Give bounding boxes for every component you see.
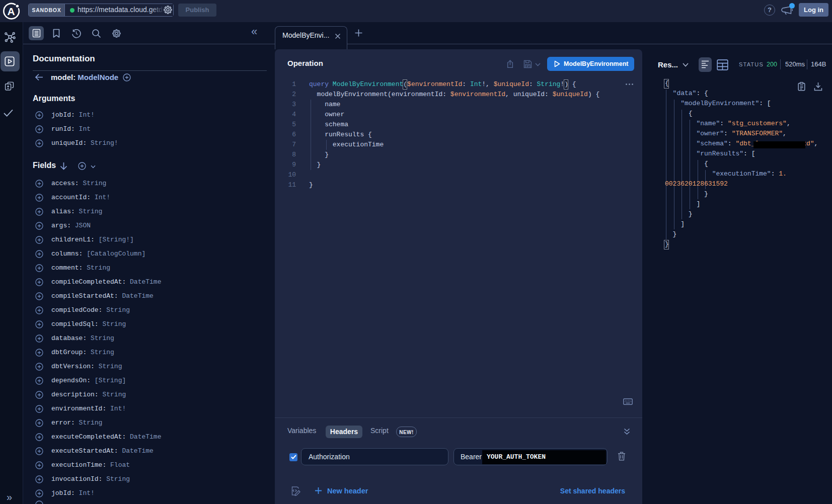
- svg-text:A: A: [7, 6, 15, 17]
